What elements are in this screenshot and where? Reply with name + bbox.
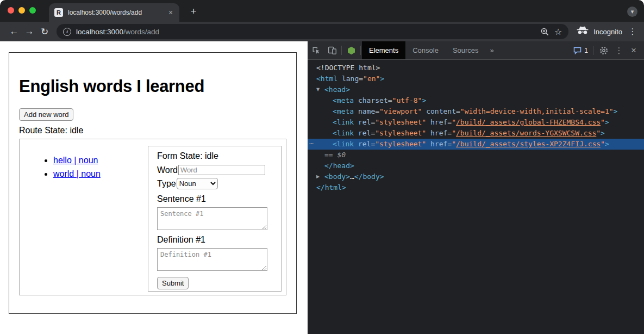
submit-button[interactable]: Submit: [157, 277, 189, 289]
node-menu-icon[interactable]: …: [309, 137, 314, 147]
expand-arrow-open-icon[interactable]: ▼: [316, 84, 324, 95]
dom-tree-node[interactable]: ▶<body>…</body>: [308, 171, 644, 182]
tab-title: localhost:3000/words/add: [68, 9, 162, 16]
incognito-icon: [576, 26, 589, 37]
tab-close-icon[interactable]: ×: [166, 8, 175, 17]
dom-tree-node[interactable]: <link rel="stylesheet" href="/build/_ass…: [308, 139, 644, 150]
site-info-icon[interactable]: i: [63, 28, 71, 36]
zoom-icon[interactable]: [540, 27, 549, 36]
device-toolbar-icon[interactable]: [324, 41, 340, 59]
devtools-panel: Elements Console Sources » 1 ⋮ ×: [308, 41, 644, 334]
bookmark-star-icon[interactable]: ☆: [554, 27, 562, 37]
web-page: English words I learned Add new word Rou…: [0, 41, 308, 334]
dom-tree-node[interactable]: == $0: [308, 150, 644, 160]
word-link[interactable]: world | noun: [53, 169, 101, 178]
app-container: English words I learned Add new word Rou…: [9, 52, 297, 314]
expand-arrow-closed-icon[interactable]: ▶: [316, 171, 324, 182]
new-tab-button[interactable]: +: [187, 5, 200, 18]
issues-count-text: 1: [584, 47, 588, 54]
definition-label: Definition #1: [157, 235, 272, 245]
url-path: /words/add: [123, 28, 159, 36]
devtools-menu-icon[interactable]: ⋮: [614, 46, 624, 55]
dom-tree-node[interactable]: <link rel="stylesheet" href="/build/_ass…: [308, 117, 644, 128]
url-text[interactable]: localhost:3000/words/add: [76, 28, 159, 36]
word-list-item: hello | noun: [53, 156, 148, 165]
dom-tree-node[interactable]: <meta charset="utf-8">: [308, 95, 644, 106]
route-state-text: Route State: idle: [19, 126, 286, 135]
type-select[interactable]: Noun: [177, 178, 218, 189]
devtools-settings-gear-icon[interactable]: [598, 46, 609, 55]
devtools-close-icon[interactable]: ×: [629, 45, 639, 56]
dom-tree: <!DOCTYPE html><html lang="en">▼<head><m…: [308, 60, 644, 334]
sentence-textarea[interactable]: [157, 207, 267, 230]
tab-search-icon[interactable]: ▾: [627, 7, 637, 17]
dom-tree-node[interactable]: <link rel="stylesheet" href="/build/_ass…: [308, 128, 644, 139]
issues-counter[interactable]: 1: [573, 47, 588, 54]
tab-strip: R localhost:3000/words/add × + ▾: [0, 0, 644, 22]
dom-tree-node[interactable]: </html>: [308, 182, 644, 193]
type-label: Type: [157, 179, 176, 189]
inspect-element-icon[interactable]: [308, 41, 324, 59]
definition-textarea[interactable]: [157, 248, 267, 271]
browser-window: R localhost:3000/words/add × + ▾ ← → ↻ i…: [0, 0, 644, 334]
devtools-toolbar: Elements Console Sources » 1 ⋮ ×: [308, 41, 644, 60]
word-input[interactable]: [178, 165, 265, 175]
dom-tree-node[interactable]: <meta name="viewport" content="width=dev…: [308, 106, 644, 117]
words-list: hello | nounworld | noun: [20, 156, 148, 295]
sentence-label: Sentence #1: [157, 194, 272, 204]
devtools-tab-elements[interactable]: Elements: [362, 41, 405, 59]
incognito-badge: Incognito: [576, 26, 622, 37]
minimize-window-button[interactable]: [18, 7, 25, 14]
dom-tree-node[interactable]: </head>: [308, 160, 644, 171]
issues-bubble-icon: [573, 47, 582, 54]
word-label: Word: [157, 165, 178, 175]
browser-tab[interactable]: R localhost:3000/words/add ×: [49, 3, 179, 22]
zoom-window-button[interactable]: [29, 7, 36, 14]
forward-button[interactable]: →: [22, 24, 37, 39]
words-panel: hello | nounworld | noun Form State: idl…: [19, 139, 286, 295]
dom-tree-node[interactable]: ▼<head>: [308, 84, 644, 95]
url-host: localhost:3000: [76, 28, 123, 36]
word-link[interactable]: hello | noun: [53, 156, 98, 165]
browser-menu-icon[interactable]: ⋮: [628, 27, 637, 36]
incognito-label: Incognito: [593, 28, 622, 36]
dom-tree-node[interactable]: <!DOCTYPE html>: [308, 63, 644, 73]
reload-button[interactable]: ↻: [37, 24, 52, 39]
page-title: English words I learned: [19, 77, 286, 96]
back-button[interactable]: ←: [7, 24, 22, 39]
add-new-word-button[interactable]: Add new word: [19, 108, 73, 121]
close-window-button[interactable]: [8, 7, 14, 14]
add-word-form: Form State: idle Word Type Noun Sentence…: [148, 146, 282, 292]
more-tabs-icon[interactable]: »: [486, 41, 498, 59]
browser-toolbar: ← → ↻ i localhost:3000/words/add ☆ Incog…: [0, 22, 644, 41]
address-bar[interactable]: i localhost:3000/words/add ☆: [57, 24, 568, 39]
devtools-tab-console[interactable]: Console: [405, 41, 446, 59]
form-state-text: Form State: idle: [157, 151, 272, 161]
remix-favicon: R: [54, 8, 63, 17]
traffic-lights: [8, 7, 36, 14]
dom-tree-node[interactable]: <html lang="en">: [308, 73, 644, 84]
green-hexagon-extension-icon[interactable]: [343, 41, 359, 59]
window-content: English words I learned Add new word Rou…: [0, 41, 644, 334]
word-list-item: world | noun: [53, 169, 148, 179]
devtools-tab-sources[interactable]: Sources: [446, 41, 486, 59]
